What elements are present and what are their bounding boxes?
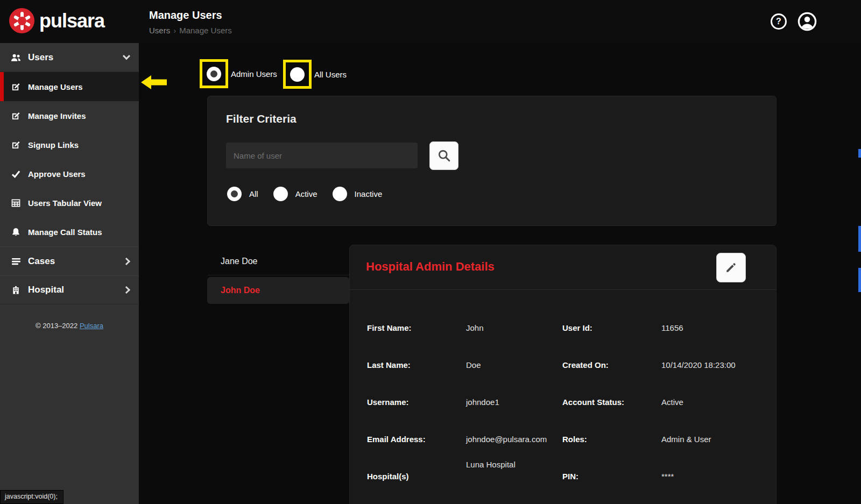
field-label: First Name: xyxy=(367,323,466,332)
bell-icon xyxy=(11,227,21,237)
details-header: Hospital Admin Details xyxy=(350,245,776,290)
field-value: Active xyxy=(661,397,776,407)
breadcrumb-current: Manage Users xyxy=(179,26,232,35)
sidebar-item-signup-links[interactable]: Signup Links xyxy=(0,130,139,159)
browser-status-bar: javascript:void(0); xyxy=(0,490,63,504)
sidebar-item-label: Hospital xyxy=(28,285,64,295)
sidebar-item-manage-call-status[interactable]: Manage Call Status xyxy=(0,217,139,246)
name-of-user-input[interactable] xyxy=(226,143,418,168)
sidebar-item-label: Users Tabular View xyxy=(28,198,102,208)
field-label: Created On: xyxy=(562,360,661,370)
sidebar-item-hospital[interactable]: Hospital xyxy=(0,275,139,304)
page-title: Manage Users xyxy=(149,9,232,22)
edit-details-button[interactable] xyxy=(716,253,746,282)
edit-icon xyxy=(11,82,21,92)
all-users-label[interactable]: All Users xyxy=(314,70,347,79)
page-header: Manage Users Users›Manage Users xyxy=(149,9,232,35)
sidebar-item-users-tabular-view[interactable]: Users Tabular View xyxy=(0,188,139,217)
field-label: User Id: xyxy=(562,323,661,332)
filter-criteria-title: Filter Criteria xyxy=(226,112,297,125)
field-label: Email Address: xyxy=(367,435,466,444)
sidebar-item-label: Manage Call Status xyxy=(28,228,102,237)
help-button[interactable]: ? xyxy=(771,13,787,30)
field-value: Admin & User xyxy=(661,435,776,444)
all-users-radio[interactable] xyxy=(290,67,305,82)
hospital-admin-details-panel: Hospital Admin Details First Name: John … xyxy=(349,245,777,504)
sidebar-item-cases[interactable]: Cases xyxy=(0,246,139,275)
field-value: **** xyxy=(661,472,776,481)
search-icon xyxy=(437,148,451,163)
field-value: johndoe1 xyxy=(466,397,562,407)
sidebar-item-approve-users[interactable]: Approve Users xyxy=(0,159,139,188)
manage-users-page: { "colors": { "brand_red": "#d8242c", "s… xyxy=(0,0,861,504)
field-label: PIN: xyxy=(562,472,661,481)
sidebar-item-label: Signup Links xyxy=(28,140,79,150)
status-active-label[interactable]: Active xyxy=(295,189,317,198)
pulsara-link[interactable]: Pulsara xyxy=(80,322,103,330)
top-header: pulsara Manage Users Users›Manage Users … xyxy=(0,0,861,43)
annotation-arrow xyxy=(140,75,167,90)
pencil-icon xyxy=(724,261,738,274)
question-icon: ? xyxy=(776,17,781,26)
chevron-down-icon xyxy=(123,52,130,60)
admin-users-label[interactable]: Admin Users xyxy=(231,69,277,79)
field-label: Username: xyxy=(367,397,466,407)
sidebar-item-label: Approve Users xyxy=(28,169,86,179)
status-all-label[interactable]: All xyxy=(249,189,258,198)
sidebar-item-label: Cases xyxy=(28,256,55,267)
field-label: Roles: xyxy=(562,435,661,444)
status-inactive-label[interactable]: Inactive xyxy=(355,189,383,198)
details-row: Hospital(s) Luna Hospital PIN: **** xyxy=(367,472,776,504)
users-icon xyxy=(11,52,21,62)
account-button[interactable] xyxy=(798,12,817,31)
field-label: Last Name: xyxy=(367,360,466,370)
scrollbar-fragment xyxy=(858,268,861,292)
status-inactive-radio[interactable] xyxy=(333,187,347,201)
details-title: Hospital Admin Details xyxy=(366,260,495,274)
table-icon xyxy=(11,198,21,208)
check-icon xyxy=(11,169,21,179)
sidebar-item-label: Users xyxy=(28,52,53,63)
cases-list-icon xyxy=(11,256,21,266)
scrollbar-fragment xyxy=(858,149,861,158)
annotation-box-all-users xyxy=(283,60,312,89)
field-value: 11656 xyxy=(661,323,776,332)
breadcrumb-users[interactable]: Users xyxy=(149,26,170,35)
pulsara-logo-icon xyxy=(9,8,34,33)
field-value: Luna Hospital xyxy=(466,460,562,469)
sidebar-item-manage-users[interactable]: Manage Users xyxy=(0,72,139,101)
sidebar-item-label: Manage Users xyxy=(28,82,83,91)
details-row: Username: johndoe1 Account Status: Activ… xyxy=(367,397,776,435)
user-list: Jane Doe John Doe xyxy=(207,247,349,304)
search-button[interactable] xyxy=(429,141,458,170)
status-active-radio[interactable] xyxy=(273,187,288,201)
admin-users-radio[interactable] xyxy=(207,67,221,81)
sidebar-item-users[interactable]: Users xyxy=(0,43,139,72)
filter-criteria-panel: Filter Criteria All Active Inactive xyxy=(207,96,777,226)
annotation-box-admin-users xyxy=(200,59,228,88)
edit-icon xyxy=(11,140,21,150)
user-list-item-jane-doe[interactable]: Jane Doe xyxy=(207,247,349,275)
field-label: Account Status: xyxy=(562,397,661,407)
copyright-text: © 2013–2022 xyxy=(36,322,77,330)
field-value: 10/14/2020 18:23:00 xyxy=(661,360,776,370)
chevron-right-icon xyxy=(123,257,130,265)
sidebar-item-manage-invites[interactable]: Manage Invites xyxy=(0,101,139,130)
details-row: Last Name: Doe Created On: 10/14/2020 18… xyxy=(367,360,776,397)
chevron-right-icon xyxy=(123,286,130,294)
brand-wordmark: pulsara xyxy=(39,10,104,32)
details-row: First Name: John User Id: 11656 xyxy=(367,323,776,360)
copyright: © 2013–2022 Pulsara xyxy=(0,322,139,330)
details-row: Email Address: johndoe@pulsara.com Roles… xyxy=(367,435,776,472)
breadcrumb: Users›Manage Users xyxy=(149,26,232,35)
user-list-item-john-doe[interactable]: John Doe xyxy=(207,277,349,304)
status-all-radio[interactable] xyxy=(227,187,242,201)
status-radio-group: All Active Inactive xyxy=(227,187,397,201)
pulsara-logo: pulsara xyxy=(9,8,104,33)
field-value: johndoe@pulsara.com xyxy=(466,435,562,444)
sidebar-item-label: Manage Invites xyxy=(28,111,86,120)
field-value: John xyxy=(466,323,562,332)
breadcrumb-separator: › xyxy=(173,26,176,35)
account-icon xyxy=(798,12,817,31)
hospital-icon xyxy=(11,285,21,295)
